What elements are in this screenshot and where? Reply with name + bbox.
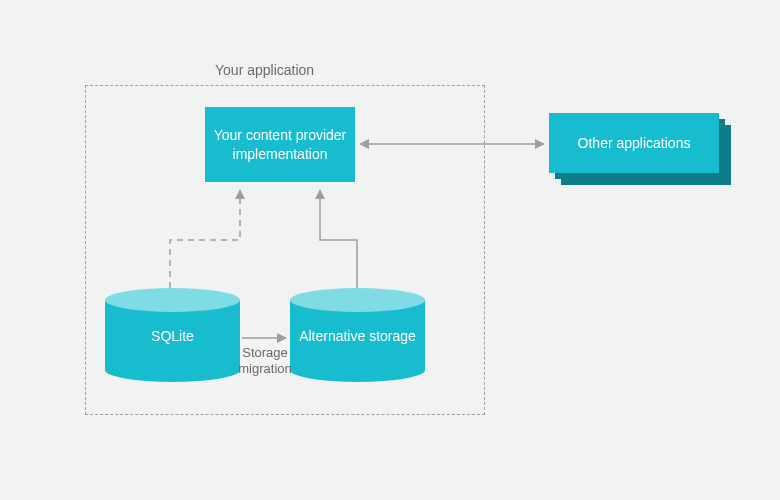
other-applications-label: Other applications (578, 134, 691, 153)
diagram-canvas: Your application Your content provider i… (0, 0, 780, 500)
storage-migration-label: Storage migration (230, 345, 300, 376)
other-applications-box: Other applications (549, 113, 719, 173)
sqlite-label: SQLite (105, 327, 240, 345)
sqlite-storage-cylinder: SQLite (105, 300, 240, 370)
container-label: Your application (215, 62, 314, 78)
content-provider-label: Your content provider implementation (213, 126, 347, 164)
alternative-storage-label: Alternative storage (290, 327, 425, 345)
content-provider-box: Your content provider implementation (205, 107, 355, 182)
alternative-storage-cylinder: Alternative storage (290, 300, 425, 370)
